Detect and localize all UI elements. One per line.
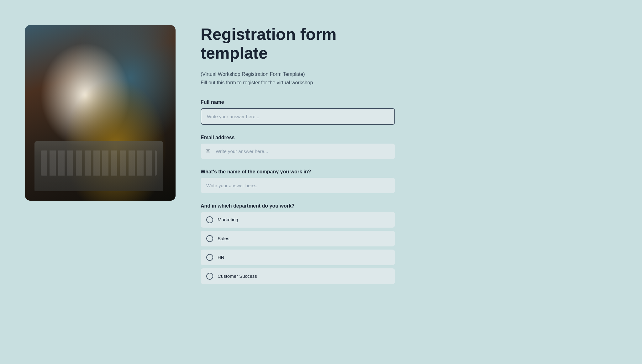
full-name-label: Full name bbox=[201, 99, 395, 105]
subtitle-line2: Fill out this form to register for the v… bbox=[201, 79, 395, 87]
left-panel bbox=[25, 25, 176, 201]
email-field: Email address ✉ bbox=[201, 135, 395, 159]
department-label: And in which department do you work? bbox=[201, 203, 395, 209]
full-name-input[interactable] bbox=[201, 108, 395, 125]
right-panel: Registration form template (Virtual Work… bbox=[201, 19, 395, 294]
radio-circle-marketing bbox=[206, 216, 213, 223]
radio-circle-sales bbox=[206, 235, 213, 242]
email-input[interactable] bbox=[201, 144, 395, 159]
form-title: Registration form template bbox=[201, 25, 395, 63]
subtitle-line1: (Virtual Workshop Registration Form Temp… bbox=[201, 70, 395, 78]
company-name-label: What's the name of the company you work … bbox=[201, 169, 395, 175]
email-input-wrapper: ✉ bbox=[201, 144, 395, 159]
radio-circle-customer-success bbox=[206, 273, 213, 280]
radio-circle-hr bbox=[206, 254, 213, 261]
hero-image bbox=[25, 25, 176, 201]
hero-image-inner bbox=[25, 25, 176, 201]
full-name-field: Full name bbox=[201, 99, 395, 125]
company-name-field: What's the name of the company you work … bbox=[201, 169, 395, 193]
radio-option-hr[interactable]: HR bbox=[201, 250, 395, 265]
email-label: Email address bbox=[201, 135, 395, 140]
radio-label-hr: HR bbox=[218, 255, 224, 260]
radio-option-marketing[interactable]: Marketing bbox=[201, 212, 395, 228]
company-name-input[interactable] bbox=[201, 178, 395, 193]
radio-option-customer-success[interactable]: Customer Success bbox=[201, 268, 395, 284]
page-container: Registration form template (Virtual Work… bbox=[0, 0, 642, 364]
radio-label-marketing: Marketing bbox=[218, 217, 238, 222]
radio-label-sales: Sales bbox=[218, 236, 229, 241]
form-subtitle: (Virtual Workshop Registration Form Temp… bbox=[201, 70, 395, 87]
radio-option-sales[interactable]: Sales bbox=[201, 231, 395, 246]
radio-label-customer-success: Customer Success bbox=[218, 273, 257, 279]
department-field: And in which department do you work? Mar… bbox=[201, 203, 395, 284]
